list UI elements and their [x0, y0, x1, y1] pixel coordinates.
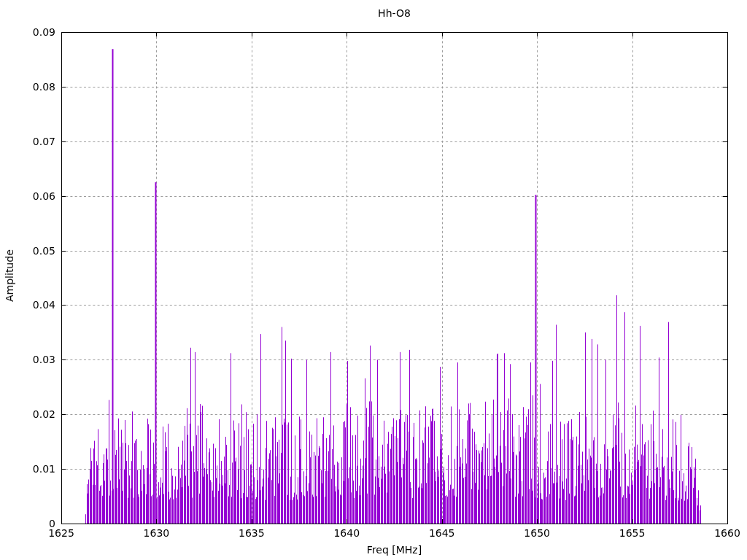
y-tick-label-0.09: 0.09 [4, 26, 55, 39]
gnuplot-window: Hh-O8 Freq [MHz] Amplitude 1625163016351… [0, 0, 747, 560]
x-tick-label-1650: 1650 [508, 526, 566, 540]
y-tick-label-0.05: 0.05 [4, 244, 55, 257]
x-axis-label: Freq [MHz] [61, 543, 727, 556]
y-tick-label-0.07: 0.07 [4, 135, 55, 148]
spectrum-plot-canvas [0, 0, 747, 560]
chart-title: Hh-O8 [61, 7, 727, 20]
y-tick-label-0.02: 0.02 [4, 408, 55, 421]
x-tick-label-1655: 1655 [603, 526, 662, 540]
y-tick-label-0.06: 0.06 [4, 190, 55, 203]
y-tick-label-0.04: 0.04 [4, 298, 55, 311]
x-tick-label-1630: 1630 [127, 526, 185, 540]
y-tick-label-0.08: 0.08 [4, 80, 55, 93]
y-tick-label-0.01: 0.01 [4, 462, 55, 475]
y-tick-label-0: 0 [4, 517, 55, 530]
y-axis-label: Amplitude [3, 249, 16, 302]
x-tick-label-1660: 1660 [698, 526, 747, 540]
y-tick-label-0.03: 0.03 [4, 353, 55, 366]
x-tick-label-1640: 1640 [317, 526, 376, 540]
x-tick-label-1635: 1635 [222, 526, 281, 540]
x-tick-label-1645: 1645 [413, 526, 471, 540]
